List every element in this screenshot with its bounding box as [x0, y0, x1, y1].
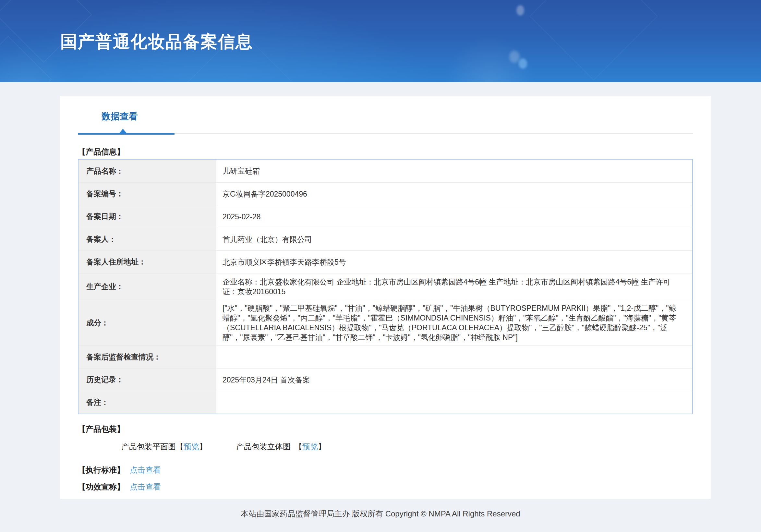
bracket-open: 【 — [176, 442, 184, 452]
tab-active-underline — [78, 133, 175, 135]
row-value — [216, 346, 692, 368]
tab-data-view[interactable]: 数据查看 — [78, 112, 175, 134]
packaging-stereo-preview-link[interactable]: 预览 — [302, 442, 318, 452]
glow-dot-icon — [519, 58, 527, 69]
row-label: 历史记录： — [79, 369, 216, 391]
packaging-row: 产品包装平面图 【 预览 】 产品包装立体图 【 预览 】 — [121, 442, 693, 452]
glow-circle-icon — [444, 36, 535, 82]
row-label: 备案人： — [79, 228, 216, 251]
cube-outline-icon — [529, 0, 658, 81]
row-label: 备案后监督检查情况： — [79, 346, 216, 368]
table-row-product-name: 产品名称： 儿研宝硅霜 — [79, 160, 692, 182]
row-value: ["水"，"硬脂酸"，"聚二甲基硅氧烷"，"甘油"，"鲸蜡硬脂醇"，"矿脂"，"… — [216, 300, 692, 345]
page: 国产普通化妆品备案信息 数据查看 【产品信息】 产品名称： 儿研宝硅霜 备案编号… — [0, 0, 761, 532]
row-value: 北京市顺义区李桥镇李天路李桥段5号 — [216, 251, 692, 273]
row-label: 备案日期： — [79, 205, 216, 228]
row-value: 首儿药业（北京）有限公司 — [216, 228, 692, 251]
cube-outline-icon — [0, 36, 52, 82]
tab-data-view-label: 数据查看 — [101, 112, 138, 121]
row-value: 企业名称：北京盛妆家化有限公司 企业地址：北京市房山区阎村镇紫园路4号6幢 生产… — [216, 273, 692, 300]
bracket-close: 】 — [199, 442, 207, 452]
triangle-up-icon — [119, 129, 127, 133]
table-row-ingredients: 成分： ["水"，"硬脂酸"，"聚二甲基硅氧烷"，"甘油"，"鲸蜡硬脂醇"，"矿… — [79, 300, 692, 345]
content-card: 数据查看 【产品信息】 产品名称： 儿研宝硅霜 备案编号： 京G妆网备字2025… — [60, 96, 711, 499]
tab-bar: 数据查看 — [78, 112, 693, 134]
row-label: 生产企业： — [79, 273, 216, 300]
row-value: 2025年03月24日 首次备案 — [216, 369, 692, 391]
row-label: 成分： — [79, 300, 216, 345]
table-row-registrant: 备案人： 首儿药业（北京）有限公司 — [79, 228, 692, 251]
claim-click-view-link[interactable]: 点击查看 — [130, 482, 161, 492]
row-value: 2025-02-28 — [216, 205, 692, 228]
section-claim-heading: 【功效宣称】 — [78, 482, 125, 492]
glow-dot-icon — [516, 5, 524, 16]
bracket-open: 【 — [295, 442, 302, 452]
row-value: 儿研宝硅霜 — [216, 160, 692, 182]
standard-row: 【执行标准】 点击查看 — [78, 465, 693, 475]
table-row-supervision-check: 备案后监督检查情况： — [79, 345, 692, 368]
row-value: 京G妆网备字2025000496 — [216, 183, 692, 205]
glow-dot-icon — [509, 51, 520, 63]
page-footer: 本站由国家药品监督管理局主办 版权所有 Copyright © NMPA All… — [0, 509, 761, 519]
table-row-registration-number: 备案编号： 京G妆网备字2025000496 — [79, 182, 692, 205]
row-value — [216, 391, 692, 414]
row-label: 备案编号： — [79, 183, 216, 205]
section-standard-heading: 【执行标准】 — [78, 465, 125, 475]
standard-click-view-link[interactable]: 点击查看 — [130, 465, 161, 475]
packaging-stereo-label: 产品包装立体图 — [236, 442, 291, 452]
claim-row: 【功效宣称】 点击查看 — [78, 482, 693, 492]
section-packaging-heading: 【产品包装】 — [78, 425, 693, 434]
table-row-remarks: 备注： — [79, 391, 692, 414]
section-product-info-heading: 【产品信息】 — [78, 147, 693, 156]
page-header: 国产普通化妆品备案信息 — [0, 0, 761, 82]
bracket-close: 】 — [318, 442, 326, 452]
packaging-flat-label: 产品包装平面图 — [121, 442, 176, 452]
row-label: 备注： — [79, 391, 216, 414]
table-row-history: 历史记录： 2025年03月24日 首次备案 — [79, 368, 692, 391]
table-row-registrant-address: 备案人住所地址： 北京市顺义区李桥镇李天路李桥段5号 — [79, 251, 692, 273]
table-row-registration-date: 备案日期： 2025-02-28 — [79, 205, 692, 228]
row-label: 备案人住所地址： — [79, 251, 216, 273]
table-row-manufacturer: 生产企业： 企业名称：北京盛妆家化有限公司 企业地址：北京市房山区阎村镇紫园路4… — [79, 273, 692, 300]
product-info-table: 产品名称： 儿研宝硅霜 备案编号： 京G妆网备字2025000496 备案日期：… — [78, 159, 693, 414]
row-label: 产品名称： — [79, 160, 216, 182]
page-title: 国产普通化妆品备案信息 — [60, 30, 253, 53]
packaging-flat-preview-link[interactable]: 预览 — [184, 442, 199, 452]
